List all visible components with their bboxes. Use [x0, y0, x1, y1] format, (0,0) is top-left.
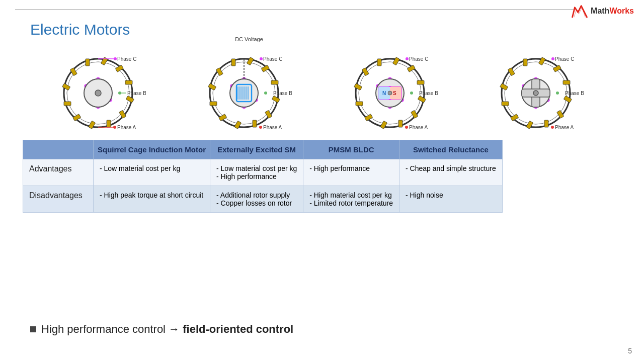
svg-text:N: N [382, 90, 386, 96]
comparison-table: Squirrel Cage Induction Motor Externally… [23, 140, 503, 213]
table-header-switched: Switched Reluctance [399, 140, 503, 159]
svg-rect-97 [544, 120, 548, 127]
svg-rect-91 [523, 59, 527, 66]
motor-diagram-excited: DC Voltage [206, 45, 292, 131]
svg-point-22 [118, 92, 121, 95]
motor-diagram-squirrel: Phase C Phase B Phase A [60, 45, 146, 131]
svg-rect-90 [508, 68, 515, 76]
svg-rect-94 [563, 80, 570, 84]
svg-rect-12 [73, 114, 81, 121]
svg-point-84 [405, 126, 408, 129]
mathworks-logo: MathWorks [572, 4, 634, 18]
svg-point-81 [388, 91, 392, 95]
advantages-label: Advantages [23, 159, 94, 186]
advantages-excited: - Low material cost per kg- High perform… [210, 159, 303, 186]
svg-rect-37 [253, 120, 257, 127]
disadvantages-label: Disadvantages [23, 186, 94, 213]
bullet-icon [30, 326, 36, 332]
motor-diagram-pmsm: N S Phase C Phase B Phase A [352, 45, 438, 131]
svg-rect-96 [557, 110, 564, 118]
disadvantages-switched: - High noise [399, 186, 503, 213]
advantages-pmsm: - High performance [303, 159, 399, 186]
svg-rect-40 [210, 102, 217, 106]
page-number: 5 [628, 347, 632, 355]
svg-rect-62 [377, 59, 381, 66]
bottom-bullet: High performance control → field-oriente… [30, 323, 614, 336]
page-title: Electric Motors [30, 21, 130, 38]
table-header-pmsm: PMSM BLDC [303, 140, 399, 159]
svg-rect-6 [115, 65, 123, 72]
svg-point-82 [406, 57, 409, 60]
table-header-empty [23, 140, 94, 159]
svg-rect-9 [119, 110, 126, 118]
svg-rect-34 [271, 80, 278, 84]
svg-rect-4 [86, 59, 90, 66]
table-header-squirrel: Squirrel Cage Induction Motor [94, 140, 210, 159]
motor-svg-pmsm: N S [352, 45, 438, 131]
disadvantages-excited: - Additional rotor supply- Copper losses… [210, 186, 303, 213]
svg-rect-64 [407, 65, 415, 72]
mathworks-logo-text: MathWorks [591, 7, 634, 16]
svg-rect-39 [219, 114, 227, 121]
svg-rect-3 [70, 68, 77, 76]
svg-point-110 [551, 126, 554, 129]
table-header-excited: Externally Excited SM [210, 140, 303, 159]
svg-text:S: S [393, 90, 396, 96]
motor-svg-excited [206, 45, 292, 131]
bullet-text: High performance control → field-oriente… [41, 323, 293, 336]
svg-rect-33 [261, 65, 269, 72]
disadvantages-pmsm: - High material cost per kg- Limited rot… [303, 186, 399, 213]
svg-rect-67 [411, 110, 418, 118]
svg-rect-68 [398, 120, 403, 127]
diagrams-row: Phase C Phase B Phase A DC Voltage [30, 45, 614, 131]
svg-point-108 [551, 57, 554, 60]
motor-diagram-switched: Phase C Phase B Phase A [498, 45, 584, 131]
svg-rect-100 [502, 102, 509, 106]
svg-point-109 [556, 92, 559, 95]
svg-rect-65 [417, 80, 424, 84]
svg-rect-31 [231, 59, 235, 66]
svg-rect-99 [511, 114, 519, 121]
motor-svg-squirrel [60, 45, 146, 131]
dc-voltage-label: DC Voltage [235, 36, 263, 42]
table-row-advantages: Advantages - Low material cost per kg - … [23, 159, 503, 186]
mathworks-logo-icon [572, 4, 588, 18]
svg-rect-61 [362, 68, 369, 76]
svg-point-20 [114, 57, 117, 60]
svg-rect-71 [356, 102, 363, 106]
svg-point-107 [533, 90, 538, 96]
svg-rect-70 [365, 114, 373, 121]
svg-rect-36 [265, 110, 272, 118]
svg-point-24 [113, 126, 116, 129]
top-border [15, 9, 574, 10]
svg-point-54 [264, 92, 267, 95]
table-row-disadvantages: Disadvantages - High peak torque at shor… [23, 186, 503, 213]
svg-point-55 [259, 126, 262, 129]
svg-point-53 [260, 57, 263, 60]
disadvantages-squirrel: - High peak torque at short circuit [94, 186, 210, 213]
svg-rect-93 [553, 65, 561, 72]
svg-rect-30 [216, 68, 223, 76]
svg-point-83 [410, 92, 413, 95]
svg-rect-13 [64, 102, 71, 106]
svg-rect-7 [125, 80, 132, 84]
advantages-switched: - Cheap and simple structure [399, 159, 503, 186]
svg-point-18 [95, 90, 101, 96]
svg-rect-10 [107, 120, 111, 127]
advantages-squirrel: - Low material cost per kg [94, 159, 210, 186]
motor-svg-switched [498, 45, 584, 131]
